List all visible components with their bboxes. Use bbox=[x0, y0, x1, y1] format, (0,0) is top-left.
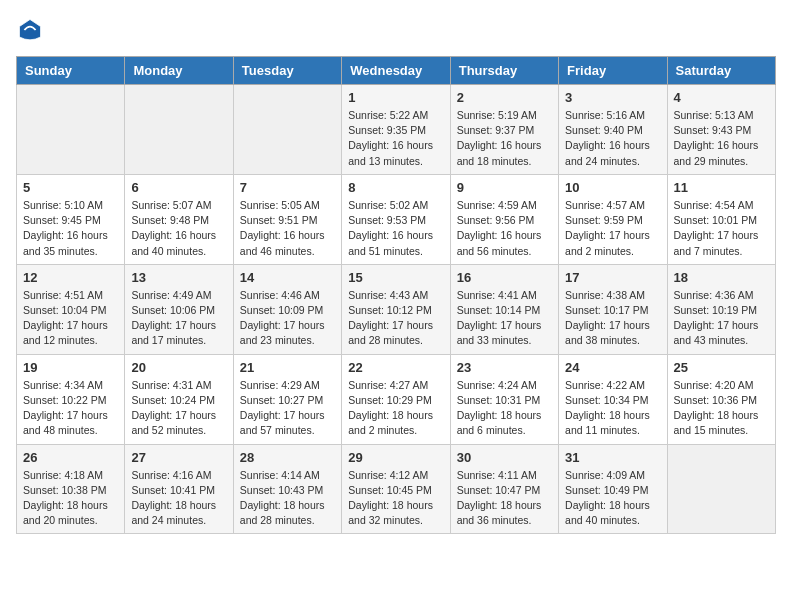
day-number: 23 bbox=[457, 360, 552, 375]
calendar-cell: 23Sunrise: 4:24 AMSunset: 10:31 PMDaylig… bbox=[450, 354, 558, 444]
calendar-cell: 24Sunrise: 4:22 AMSunset: 10:34 PMDaylig… bbox=[559, 354, 667, 444]
calendar-cell: 27Sunrise: 4:16 AMSunset: 10:41 PMDaylig… bbox=[125, 444, 233, 534]
day-info: Sunrise: 5:19 AMSunset: 9:37 PMDaylight:… bbox=[457, 108, 552, 169]
day-number: 14 bbox=[240, 270, 335, 285]
calendar-cell: 30Sunrise: 4:11 AMSunset: 10:47 PMDaylig… bbox=[450, 444, 558, 534]
calendar-cell: 16Sunrise: 4:41 AMSunset: 10:14 PMDaylig… bbox=[450, 264, 558, 354]
calendar-cell: 19Sunrise: 4:34 AMSunset: 10:22 PMDaylig… bbox=[17, 354, 125, 444]
header bbox=[16, 16, 776, 44]
weekday-header-wednesday: Wednesday bbox=[342, 57, 450, 85]
calendar-cell: 6Sunrise: 5:07 AMSunset: 9:48 PMDaylight… bbox=[125, 174, 233, 264]
day-number: 26 bbox=[23, 450, 118, 465]
calendar-cell: 9Sunrise: 4:59 AMSunset: 9:56 PMDaylight… bbox=[450, 174, 558, 264]
calendar-cell: 20Sunrise: 4:31 AMSunset: 10:24 PMDaylig… bbox=[125, 354, 233, 444]
calendar-cell: 31Sunrise: 4:09 AMSunset: 10:49 PMDaylig… bbox=[559, 444, 667, 534]
calendar-cell: 17Sunrise: 4:38 AMSunset: 10:17 PMDaylig… bbox=[559, 264, 667, 354]
calendar-cell: 18Sunrise: 4:36 AMSunset: 10:19 PMDaylig… bbox=[667, 264, 775, 354]
day-number: 12 bbox=[23, 270, 118, 285]
day-info: Sunrise: 4:43 AMSunset: 10:12 PMDaylight… bbox=[348, 288, 443, 349]
day-number: 16 bbox=[457, 270, 552, 285]
day-number: 1 bbox=[348, 90, 443, 105]
day-number: 24 bbox=[565, 360, 660, 375]
day-info: Sunrise: 4:24 AMSunset: 10:31 PMDaylight… bbox=[457, 378, 552, 439]
day-info: Sunrise: 4:51 AMSunset: 10:04 PMDaylight… bbox=[23, 288, 118, 349]
day-number: 7 bbox=[240, 180, 335, 195]
logo bbox=[16, 16, 48, 44]
day-number: 8 bbox=[348, 180, 443, 195]
day-info: Sunrise: 4:46 AMSunset: 10:09 PMDaylight… bbox=[240, 288, 335, 349]
calendar-week-row: 12Sunrise: 4:51 AMSunset: 10:04 PMDaylig… bbox=[17, 264, 776, 354]
day-info: Sunrise: 4:12 AMSunset: 10:45 PMDaylight… bbox=[348, 468, 443, 529]
day-number: 18 bbox=[674, 270, 769, 285]
day-number: 28 bbox=[240, 450, 335, 465]
day-info: Sunrise: 5:10 AMSunset: 9:45 PMDaylight:… bbox=[23, 198, 118, 259]
day-info: Sunrise: 4:38 AMSunset: 10:17 PMDaylight… bbox=[565, 288, 660, 349]
calendar-cell: 10Sunrise: 4:57 AMSunset: 9:59 PMDayligh… bbox=[559, 174, 667, 264]
calendar-cell bbox=[17, 85, 125, 175]
calendar-week-row: 26Sunrise: 4:18 AMSunset: 10:38 PMDaylig… bbox=[17, 444, 776, 534]
calendar-cell: 21Sunrise: 4:29 AMSunset: 10:27 PMDaylig… bbox=[233, 354, 341, 444]
weekday-header-row: SundayMondayTuesdayWednesdayThursdayFrid… bbox=[17, 57, 776, 85]
day-info: Sunrise: 4:59 AMSunset: 9:56 PMDaylight:… bbox=[457, 198, 552, 259]
day-info: Sunrise: 5:22 AMSunset: 9:35 PMDaylight:… bbox=[348, 108, 443, 169]
calendar-cell bbox=[233, 85, 341, 175]
weekday-header-monday: Monday bbox=[125, 57, 233, 85]
day-number: 31 bbox=[565, 450, 660, 465]
day-number: 27 bbox=[131, 450, 226, 465]
day-info: Sunrise: 4:29 AMSunset: 10:27 PMDaylight… bbox=[240, 378, 335, 439]
day-number: 2 bbox=[457, 90, 552, 105]
day-number: 9 bbox=[457, 180, 552, 195]
calendar-cell: 3Sunrise: 5:16 AMSunset: 9:40 PMDaylight… bbox=[559, 85, 667, 175]
calendar-cell: 8Sunrise: 5:02 AMSunset: 9:53 PMDaylight… bbox=[342, 174, 450, 264]
calendar-week-row: 5Sunrise: 5:10 AMSunset: 9:45 PMDaylight… bbox=[17, 174, 776, 264]
calendar-cell: 22Sunrise: 4:27 AMSunset: 10:29 PMDaylig… bbox=[342, 354, 450, 444]
calendar-week-row: 19Sunrise: 4:34 AMSunset: 10:22 PMDaylig… bbox=[17, 354, 776, 444]
calendar-cell: 29Sunrise: 4:12 AMSunset: 10:45 PMDaylig… bbox=[342, 444, 450, 534]
day-info: Sunrise: 4:41 AMSunset: 10:14 PMDaylight… bbox=[457, 288, 552, 349]
day-info: Sunrise: 4:31 AMSunset: 10:24 PMDaylight… bbox=[131, 378, 226, 439]
weekday-header-sunday: Sunday bbox=[17, 57, 125, 85]
day-info: Sunrise: 4:09 AMSunset: 10:49 PMDaylight… bbox=[565, 468, 660, 529]
calendar-cell: 4Sunrise: 5:13 AMSunset: 9:43 PMDaylight… bbox=[667, 85, 775, 175]
day-number: 20 bbox=[131, 360, 226, 375]
calendar-cell: 28Sunrise: 4:14 AMSunset: 10:43 PMDaylig… bbox=[233, 444, 341, 534]
calendar-cell: 1Sunrise: 5:22 AMSunset: 9:35 PMDaylight… bbox=[342, 85, 450, 175]
day-number: 15 bbox=[348, 270, 443, 285]
calendar-cell: 5Sunrise: 5:10 AMSunset: 9:45 PMDaylight… bbox=[17, 174, 125, 264]
day-number: 22 bbox=[348, 360, 443, 375]
calendar-cell: 7Sunrise: 5:05 AMSunset: 9:51 PMDaylight… bbox=[233, 174, 341, 264]
calendar-cell: 25Sunrise: 4:20 AMSunset: 10:36 PMDaylig… bbox=[667, 354, 775, 444]
day-info: Sunrise: 5:16 AMSunset: 9:40 PMDaylight:… bbox=[565, 108, 660, 169]
day-info: Sunrise: 5:13 AMSunset: 9:43 PMDaylight:… bbox=[674, 108, 769, 169]
day-info: Sunrise: 5:05 AMSunset: 9:51 PMDaylight:… bbox=[240, 198, 335, 259]
day-number: 13 bbox=[131, 270, 226, 285]
calendar-cell: 14Sunrise: 4:46 AMSunset: 10:09 PMDaylig… bbox=[233, 264, 341, 354]
day-info: Sunrise: 5:02 AMSunset: 9:53 PMDaylight:… bbox=[348, 198, 443, 259]
calendar-table: SundayMondayTuesdayWednesdayThursdayFrid… bbox=[16, 56, 776, 534]
weekday-header-friday: Friday bbox=[559, 57, 667, 85]
calendar-cell: 13Sunrise: 4:49 AMSunset: 10:06 PMDaylig… bbox=[125, 264, 233, 354]
weekday-header-thursday: Thursday bbox=[450, 57, 558, 85]
day-number: 10 bbox=[565, 180, 660, 195]
day-info: Sunrise: 4:16 AMSunset: 10:41 PMDaylight… bbox=[131, 468, 226, 529]
day-number: 25 bbox=[674, 360, 769, 375]
calendar-cell bbox=[125, 85, 233, 175]
day-info: Sunrise: 4:11 AMSunset: 10:47 PMDaylight… bbox=[457, 468, 552, 529]
calendar-cell bbox=[667, 444, 775, 534]
day-info: Sunrise: 4:54 AMSunset: 10:01 PMDaylight… bbox=[674, 198, 769, 259]
day-number: 3 bbox=[565, 90, 660, 105]
day-info: Sunrise: 4:22 AMSunset: 10:34 PMDaylight… bbox=[565, 378, 660, 439]
day-number: 6 bbox=[131, 180, 226, 195]
weekday-header-saturday: Saturday bbox=[667, 57, 775, 85]
day-number: 11 bbox=[674, 180, 769, 195]
day-number: 19 bbox=[23, 360, 118, 375]
calendar-cell: 2Sunrise: 5:19 AMSunset: 9:37 PMDaylight… bbox=[450, 85, 558, 175]
day-info: Sunrise: 4:49 AMSunset: 10:06 PMDaylight… bbox=[131, 288, 226, 349]
day-info: Sunrise: 4:20 AMSunset: 10:36 PMDaylight… bbox=[674, 378, 769, 439]
calendar-week-row: 1Sunrise: 5:22 AMSunset: 9:35 PMDaylight… bbox=[17, 85, 776, 175]
day-info: Sunrise: 4:14 AMSunset: 10:43 PMDaylight… bbox=[240, 468, 335, 529]
calendar-cell: 11Sunrise: 4:54 AMSunset: 10:01 PMDaylig… bbox=[667, 174, 775, 264]
calendar-cell: 26Sunrise: 4:18 AMSunset: 10:38 PMDaylig… bbox=[17, 444, 125, 534]
day-info: Sunrise: 5:07 AMSunset: 9:48 PMDaylight:… bbox=[131, 198, 226, 259]
weekday-header-tuesday: Tuesday bbox=[233, 57, 341, 85]
